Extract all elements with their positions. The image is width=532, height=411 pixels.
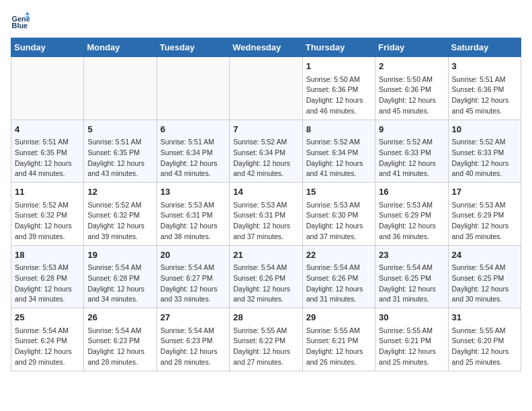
day-number: 4 xyxy=(15,123,80,136)
cell-info: Daylight: 12 hours xyxy=(452,284,517,295)
cell-info: Sunset: 6:26 PM xyxy=(233,273,298,284)
cell-info: Sunrise: 5:55 AM xyxy=(452,326,517,336)
calendar-cell xyxy=(11,57,84,120)
cell-info: Daylight: 12 hours xyxy=(161,284,226,295)
logo: General Blue xyxy=(11,11,32,30)
cell-info: Sunrise: 5:53 AM xyxy=(161,200,226,211)
cell-info: Sunrise: 5:55 AM xyxy=(233,326,298,336)
col-header-monday: Monday xyxy=(84,38,157,57)
cell-info: Sunset: 6:31 PM xyxy=(161,210,226,221)
day-number: 24 xyxy=(452,248,517,262)
calendar-week-row: 18Sunrise: 5:53 AMSunset: 6:28 PMDayligh… xyxy=(11,245,521,308)
cell-info: Sunrise: 5:52 AM xyxy=(452,137,517,148)
cell-info: Sunset: 6:26 PM xyxy=(306,273,371,284)
cell-info: Sunset: 6:29 PM xyxy=(379,210,444,221)
cell-info: Daylight: 12 hours xyxy=(306,284,371,295)
day-number: 16 xyxy=(379,185,444,199)
calendar-week-row: 4Sunrise: 5:51 AMSunset: 6:35 PMDaylight… xyxy=(11,120,521,183)
cell-info: and 39 minutes. xyxy=(87,232,152,242)
cell-info: Daylight: 12 hours xyxy=(379,347,444,357)
cell-info: and 31 minutes. xyxy=(379,294,444,305)
cell-info: Sunset: 6:28 PM xyxy=(87,273,152,284)
cell-info: Sunset: 6:28 PM xyxy=(15,273,80,284)
day-number: 30 xyxy=(379,311,444,324)
calendar-week-row: 11Sunrise: 5:52 AMSunset: 6:32 PMDayligh… xyxy=(11,183,521,246)
cell-info: Sunset: 6:20 PM xyxy=(452,336,517,347)
day-number: 19 xyxy=(87,248,152,262)
cell-info: and 46 minutes. xyxy=(306,106,371,117)
cell-info: Sunrise: 5:53 AM xyxy=(306,200,371,211)
cell-info: and 35 minutes. xyxy=(452,232,517,242)
cell-info: Sunset: 6:33 PM xyxy=(379,148,444,158)
calendar-cell: 2Sunrise: 5:50 AMSunset: 6:36 PMDaylight… xyxy=(375,57,448,120)
cell-info: Daylight: 12 hours xyxy=(379,95,444,106)
day-number: 17 xyxy=(452,185,517,199)
day-number: 13 xyxy=(161,185,226,199)
cell-info: Sunset: 6:36 PM xyxy=(306,85,371,95)
cell-info: Sunset: 6:35 PM xyxy=(15,148,80,158)
cell-info: Daylight: 12 hours xyxy=(161,158,226,169)
cell-info: Sunrise: 5:50 AM xyxy=(379,75,444,85)
cell-info: Daylight: 12 hours xyxy=(233,347,298,357)
cell-info: Sunrise: 5:51 AM xyxy=(452,75,517,85)
col-header-thursday: Thursday xyxy=(302,38,375,57)
cell-info: and 36 minutes. xyxy=(379,232,444,242)
day-number: 9 xyxy=(379,123,444,136)
day-number: 29 xyxy=(306,311,371,324)
logo-icon: General Blue xyxy=(11,11,30,30)
cell-info: Sunset: 6:21 PM xyxy=(379,336,444,347)
cell-info: and 41 minutes. xyxy=(306,169,371,179)
day-number: 20 xyxy=(161,248,226,262)
cell-info: Sunset: 6:30 PM xyxy=(306,210,371,221)
cell-info: Sunrise: 5:54 AM xyxy=(379,263,444,273)
calendar-cell: 15Sunrise: 5:53 AMSunset: 6:30 PMDayligh… xyxy=(302,183,375,246)
cell-info: Sunset: 6:22 PM xyxy=(233,336,298,347)
col-header-tuesday: Tuesday xyxy=(157,38,229,57)
calendar-cell: 31Sunrise: 5:55 AMSunset: 6:20 PMDayligh… xyxy=(448,308,521,371)
calendar-cell: 10Sunrise: 5:52 AMSunset: 6:33 PMDayligh… xyxy=(448,120,521,183)
cell-info: Sunrise: 5:52 AM xyxy=(379,137,444,148)
calendar-cell: 28Sunrise: 5:55 AMSunset: 6:22 PMDayligh… xyxy=(230,308,302,371)
cell-info: and 25 minutes. xyxy=(379,357,444,368)
cell-info: and 39 minutes. xyxy=(15,232,80,242)
calendar-cell: 23Sunrise: 5:54 AMSunset: 6:25 PMDayligh… xyxy=(375,245,448,308)
day-number: 14 xyxy=(233,185,298,199)
cell-info: and 34 minutes. xyxy=(87,294,152,305)
cell-info: Sunrise: 5:53 AM xyxy=(15,263,80,273)
calendar-week-row: 1Sunrise: 5:50 AMSunset: 6:36 PMDaylight… xyxy=(11,57,521,120)
cell-info: Sunrise: 5:54 AM xyxy=(233,263,298,273)
cell-info: and 37 minutes. xyxy=(233,232,298,242)
cell-info: and 42 minutes. xyxy=(233,169,298,179)
cell-info: Sunset: 6:27 PM xyxy=(161,273,226,284)
cell-info: Sunset: 6:21 PM xyxy=(306,336,371,347)
cell-info: Daylight: 12 hours xyxy=(87,221,152,232)
calendar-table: SundayMondayTuesdayWednesdayThursdayFrid… xyxy=(11,38,521,371)
calendar-cell: 20Sunrise: 5:54 AMSunset: 6:27 PMDayligh… xyxy=(157,245,229,308)
cell-info: Daylight: 12 hours xyxy=(452,158,517,169)
cell-info: Daylight: 12 hours xyxy=(306,347,371,357)
cell-info: Daylight: 12 hours xyxy=(15,158,80,169)
day-number: 6 xyxy=(161,123,226,136)
cell-info: Sunset: 6:36 PM xyxy=(379,85,444,95)
cell-info: Daylight: 12 hours xyxy=(15,284,80,295)
cell-info: Sunrise: 5:52 AM xyxy=(15,200,80,211)
col-header-friday: Friday xyxy=(375,38,448,57)
calendar-cell: 17Sunrise: 5:53 AMSunset: 6:29 PMDayligh… xyxy=(448,183,521,246)
calendar-cell: 4Sunrise: 5:51 AMSunset: 6:35 PMDaylight… xyxy=(11,120,84,183)
calendar-cell: 24Sunrise: 5:54 AMSunset: 6:25 PMDayligh… xyxy=(448,245,521,308)
calendar-cell: 25Sunrise: 5:54 AMSunset: 6:24 PMDayligh… xyxy=(11,308,84,371)
cell-info: and 43 minutes. xyxy=(87,169,152,179)
calendar-cell xyxy=(230,57,302,120)
cell-info: and 25 minutes. xyxy=(452,357,517,368)
day-number: 10 xyxy=(452,123,517,136)
day-number: 2 xyxy=(379,60,444,73)
cell-info: Daylight: 12 hours xyxy=(87,347,152,357)
col-header-saturday: Saturday xyxy=(448,38,521,57)
cell-info: Sunrise: 5:51 AM xyxy=(161,137,226,148)
calendar-cell: 11Sunrise: 5:52 AMSunset: 6:32 PMDayligh… xyxy=(11,183,84,246)
cell-info: Sunset: 6:25 PM xyxy=(379,273,444,284)
cell-info: Sunset: 6:34 PM xyxy=(161,148,226,158)
calendar-cell: 13Sunrise: 5:53 AMSunset: 6:31 PMDayligh… xyxy=(157,183,229,246)
calendar-cell: 30Sunrise: 5:55 AMSunset: 6:21 PMDayligh… xyxy=(375,308,448,371)
cell-info: and 26 minutes. xyxy=(306,357,371,368)
